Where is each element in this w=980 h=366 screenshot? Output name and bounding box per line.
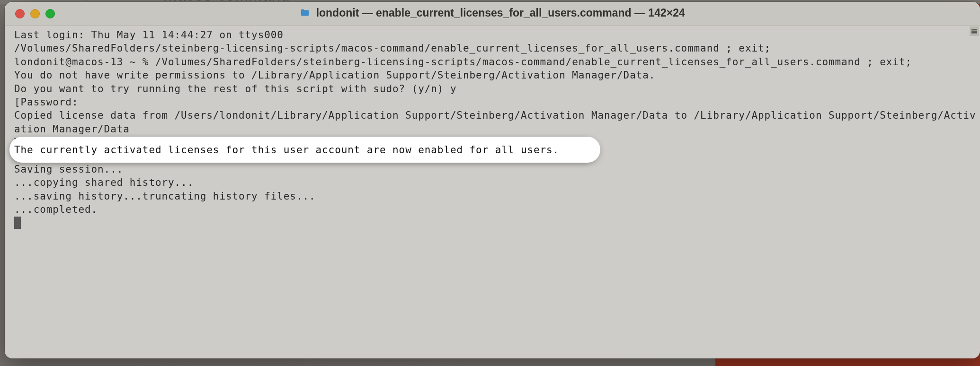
line-copied: Copied license data from /Users/londonit… — [14, 110, 976, 134]
line-sudo-prompt: Do you want to try running the rest of t… — [14, 83, 456, 95]
window-minimize-button[interactable] — [30, 9, 40, 18]
line-completed: ...completed. — [14, 204, 98, 215]
line-trunc-hist: ...saving history...truncating history f… — [14, 191, 316, 202]
line-saving: Saving session... — [14, 164, 123, 175]
folder-icon — [300, 8, 310, 21]
line-script-path: /Volumes/SharedFolders/steinberg-licensi… — [14, 43, 771, 54]
line-no-write: You do not have write permissions to /Li… — [14, 70, 655, 81]
window-titlebar[interactable]: londonit — enable_current_licenses_for_a… — [5, 2, 980, 26]
terminal-output[interactable]: Last login: Thu May 11 14:44:27 on ttys0… — [14, 28, 980, 230]
title-user: londonit — — [316, 7, 373, 19]
window-zoom-button[interactable] — [45, 9, 55, 18]
success-highlight-text: The currently activated licenses for thi… — [14, 144, 559, 156]
title-file: enable_current_licenses_for_all_users.co… — [376, 7, 631, 19]
line-prompt-cmd: londonit@macos-13 ~ % /Volumes/SharedFol… — [14, 56, 912, 68]
line-last-login: Last login: Thu May 11 14:44:27 on ttys0… — [14, 29, 284, 41]
terminal-window: londonit — enable_current_licenses_for_a… — [5, 2, 980, 358]
line-password: Password: — [21, 96, 79, 108]
success-highlight-overlay: The currently activated licenses for thi… — [9, 137, 600, 163]
terminal-body[interactable]: Last login: Thu May 11 14:44:27 on ttys0… — [5, 26, 980, 358]
line-copy-hist: ...copying shared history... — [14, 177, 194, 188]
terminal-cursor — [14, 217, 21, 229]
window-title: londonit — enable_current_licenses_for_a… — [5, 7, 980, 21]
title-dims: — 142×24 — [634, 7, 685, 19]
window-close-button[interactable] — [15, 9, 25, 18]
